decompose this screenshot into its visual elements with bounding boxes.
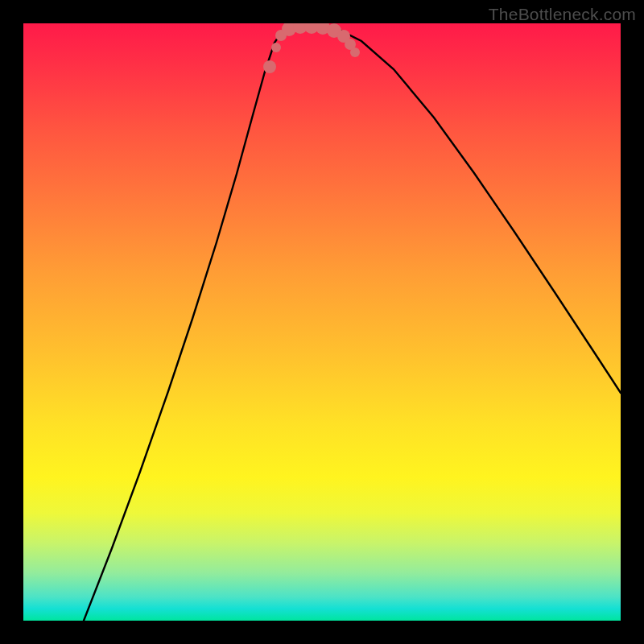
plot-frame	[23, 23, 621, 621]
watermark-text: TheBottleneck.com	[489, 5, 636, 24]
heat-gradient	[23, 23, 621, 621]
